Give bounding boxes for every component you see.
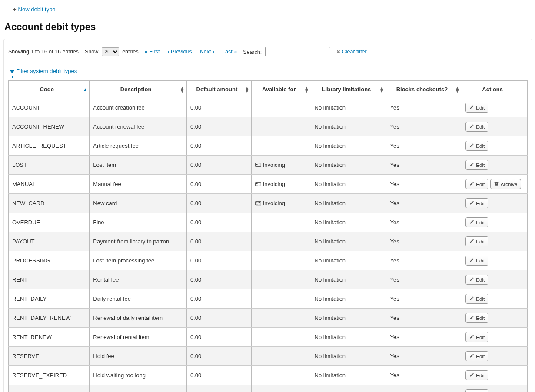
cell-description: Renewal of daily rental item bbox=[90, 309, 187, 328]
table-row: RESERVE_EXPIREDHold waiting too long0.00… bbox=[9, 366, 528, 385]
cell-default-amount: 0.00 bbox=[186, 213, 251, 232]
cell-blocks-checkouts: Yes bbox=[386, 309, 462, 328]
search-input[interactable] bbox=[265, 47, 330, 56]
col-header-actions: Actions bbox=[462, 81, 528, 98]
plus-icon bbox=[13, 6, 18, 13]
cell-library-limitations: No limitation bbox=[311, 347, 386, 366]
edit-button[interactable]: Edit bbox=[465, 389, 488, 392]
sort-asc-icon bbox=[84, 86, 86, 93]
edit-button[interactable]: Edit bbox=[465, 179, 488, 189]
pager-top: « First ‹ Previous Next › Last » bbox=[145, 49, 237, 55]
edit-button[interactable]: Edit bbox=[465, 103, 488, 113]
last-page-link[interactable]: Last » bbox=[222, 49, 237, 55]
cell-actions: Edit bbox=[462, 98, 528, 117]
edit-button[interactable]: Edit bbox=[465, 256, 488, 266]
next-page-link[interactable]: Next › bbox=[200, 49, 214, 55]
edit-button[interactable]: Edit bbox=[465, 141, 488, 151]
edit-button[interactable]: Edit bbox=[465, 217, 488, 227]
cell-actions: Edit bbox=[462, 232, 528, 251]
cell-code: RESERVE bbox=[9, 347, 90, 366]
previous-page-link[interactable]: ‹ Previous bbox=[167, 49, 192, 55]
pencil-icon bbox=[469, 124, 474, 130]
pencil-icon bbox=[469, 143, 474, 149]
cell-library-limitations: No limitation bbox=[311, 213, 386, 232]
new-debit-type-link[interactable]: New debit type bbox=[13, 6, 56, 13]
cell-blocks-checkouts: Yes bbox=[386, 366, 462, 385]
cell-blocks-checkouts: Yes bbox=[386, 232, 462, 251]
available-for-value: Invoicing bbox=[263, 200, 285, 206]
svg-point-1 bbox=[256, 164, 258, 165]
cell-code: ARTICLE_REQUEST bbox=[9, 136, 90, 156]
cell-default-amount: 0.00 bbox=[186, 98, 251, 117]
cell-description: Manual fee bbox=[90, 175, 187, 194]
idcard-icon bbox=[255, 200, 261, 206]
col-header-library-limitations[interactable]: Library limitations bbox=[311, 81, 386, 98]
cell-description: Fine bbox=[90, 213, 187, 232]
cell-available-for bbox=[251, 309, 311, 328]
chevron-last-icon: » bbox=[234, 49, 237, 55]
cell-description: Lost item processing fee bbox=[90, 251, 187, 270]
cell-blocks-checkouts: Yes bbox=[386, 289, 462, 309]
table-row: RENT_DAILYDaily rental fee0.00No limitat… bbox=[9, 289, 528, 309]
edit-button[interactable]: Edit bbox=[465, 370, 488, 380]
table-row: LOSTLost item0.00 InvoicingNo limitation… bbox=[9, 156, 528, 175]
cell-blocks-checkouts: Yes bbox=[386, 328, 462, 347]
col-header-description[interactable]: Description bbox=[90, 81, 187, 98]
cell-available-for bbox=[251, 117, 311, 136]
edit-button[interactable]: Edit bbox=[465, 198, 488, 208]
table-row: NEW_CARDNew card0.00 InvoicingNo limitat… bbox=[9, 194, 528, 213]
cell-available-for bbox=[251, 136, 311, 156]
cell-available-for: Invoicing bbox=[251, 194, 311, 213]
cell-available-for bbox=[251, 366, 311, 385]
archive-button[interactable]: Archive bbox=[490, 179, 521, 189]
cell-default-amount: 0.00 bbox=[186, 194, 251, 213]
cell-library-limitations: No limitation bbox=[311, 251, 386, 270]
page-size-select[interactable]: 20 bbox=[102, 47, 119, 56]
cell-actions: Edit bbox=[462, 347, 528, 366]
edit-button[interactable]: Edit bbox=[465, 294, 488, 304]
pencil-icon bbox=[469, 200, 474, 206]
close-icon bbox=[336, 49, 342, 55]
cell-code: RENT bbox=[9, 270, 90, 289]
cell-description: Article request fee bbox=[90, 136, 187, 156]
edit-button[interactable]: Edit bbox=[465, 122, 488, 132]
cell-blocks-checkouts: Yes bbox=[386, 117, 462, 136]
cell-default-amount: 0.00 bbox=[186, 289, 251, 309]
edit-button[interactable]: Edit bbox=[465, 351, 488, 361]
cell-code: PAYOUT bbox=[9, 232, 90, 251]
first-page-link[interactable]: « First bbox=[145, 49, 160, 55]
cell-code: RENT_RENEW bbox=[9, 328, 90, 347]
cell-code: PROCESSING bbox=[9, 251, 90, 270]
filter-system-debit-types-link[interactable]: Filter system debit types bbox=[10, 68, 77, 74]
cell-library-limitations: No limitation bbox=[311, 194, 386, 213]
edit-button[interactable]: Edit bbox=[465, 332, 488, 342]
col-header-default-amount[interactable]: Default amount bbox=[186, 81, 251, 98]
cell-library-limitations: No limitation bbox=[311, 232, 386, 251]
cell-available-for bbox=[251, 328, 311, 347]
cell-default-amount: 0.00 bbox=[186, 347, 251, 366]
cell-description: Lost item bbox=[90, 156, 187, 175]
edit-button[interactable]: Edit bbox=[465, 313, 488, 323]
cell-code: RENT_DAILY bbox=[9, 289, 90, 309]
col-header-available-for[interactable]: Available for bbox=[251, 81, 311, 98]
new-debit-type-label: New debit type bbox=[18, 6, 56, 13]
col-header-blocks-checkouts[interactable]: Blocks checkouts? bbox=[386, 81, 462, 98]
table-row: RENT_RENEWRenewal of rental item0.00No l… bbox=[9, 328, 528, 347]
cell-description: Hold waiting too long bbox=[90, 366, 187, 385]
cell-blocks-checkouts: Yes bbox=[386, 347, 462, 366]
table-row: RESERVEHold fee0.00No limitationYesEdit bbox=[9, 347, 528, 366]
edit-button[interactable]: Edit bbox=[465, 275, 488, 285]
debit-types-panel: Showing 1 to 16 of 16 entries Show 20 en… bbox=[3, 39, 532, 392]
cell-blocks-checkouts: Yes bbox=[386, 156, 462, 175]
edit-button[interactable]: Edit bbox=[465, 236, 488, 246]
cell-actions: Edit bbox=[462, 366, 528, 385]
col-header-code[interactable]: Code bbox=[9, 81, 90, 98]
cell-default-amount: 0.00 bbox=[186, 385, 251, 392]
cell-default-amount: 0.00 bbox=[186, 328, 251, 347]
cell-available-for: Invoicing bbox=[251, 156, 311, 175]
edit-button[interactable]: Edit bbox=[465, 160, 488, 170]
clear-filter-link[interactable]: Clear filter bbox=[336, 49, 367, 55]
table-row: RENT_DAILY_RENEWRenewal of daily rental … bbox=[9, 309, 528, 328]
cell-actions: Edit bbox=[462, 251, 528, 270]
edit-label: Edit bbox=[476, 220, 485, 225]
